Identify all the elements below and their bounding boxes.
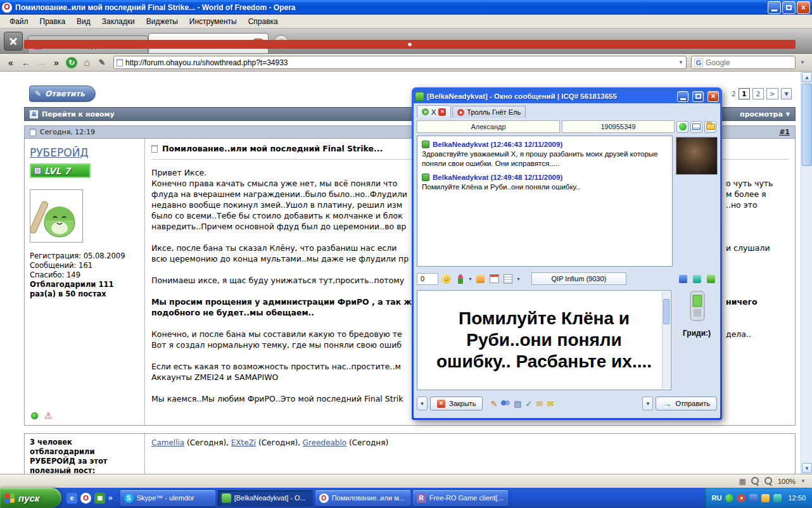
icq-close-button[interactable]: × bbox=[707, 91, 719, 102]
taskbar-item-freero[interactable]: Free-RO Game client[... bbox=[413, 490, 508, 506]
close-chat-button[interactable]: Закрыть bbox=[430, 397, 483, 410]
extra-button[interactable] bbox=[705, 273, 717, 285]
client-version-combo[interactable]: QIP Infium (9030) bbox=[531, 272, 626, 285]
send-options-dropdown-icon[interactable] bbox=[642, 397, 653, 410]
search-input[interactable] bbox=[706, 58, 804, 67]
message-input-area[interactable]: Помилуйте Клёна и Руби..они поняли ошибк… bbox=[417, 290, 671, 390]
panels-button[interactable] bbox=[4, 32, 23, 51]
history-icon[interactable] bbox=[514, 399, 521, 409]
icq-tab-troll[interactable]: Тролль Гнёт Ель bbox=[452, 106, 526, 118]
menu-bookmarks[interactable]: Закладки bbox=[96, 15, 141, 28]
send-button[interactable]: Отправить bbox=[656, 397, 717, 410]
author-name-link[interactable]: РУБЕРОЙД bbox=[30, 146, 89, 159]
thanks-user-link[interactable]: EXteZi bbox=[231, 438, 256, 447]
tab-forum-thread[interactable]: Помилование..или мой ... bbox=[148, 33, 269, 53]
spell-icon[interactable] bbox=[526, 399, 533, 409]
taskbar-item-icq[interactable]: [BelkaNeadykvat] - O... bbox=[218, 490, 313, 506]
address-input[interactable] bbox=[125, 58, 676, 67]
contacts-icon[interactable] bbox=[501, 400, 510, 407]
quicklaunch-browser-icon[interactable] bbox=[67, 493, 77, 504]
report-post-icon[interactable] bbox=[44, 411, 53, 420]
stat-registered: Регистрация: 05.08.2009 bbox=[30, 251, 139, 261]
input-scroll-thumb[interactable] bbox=[663, 299, 669, 324]
quicklaunch-overflow-icon[interactable] bbox=[108, 493, 113, 502]
mail-archive-icon[interactable] bbox=[547, 399, 554, 409]
status-button[interactable] bbox=[676, 121, 688, 133]
browser-scrollbar[interactable] bbox=[801, 72, 812, 474]
icq-maximize-button[interactable] bbox=[692, 91, 704, 102]
spellcheck-button[interactable] bbox=[474, 273, 486, 285]
start-button[interactable]: пуск bbox=[0, 488, 61, 508]
contact-info-button[interactable] bbox=[690, 121, 702, 133]
quick-edit-icon[interactable] bbox=[95, 56, 109, 69]
close-button[interactable]: × bbox=[797, 1, 810, 14]
smiley-button[interactable] bbox=[440, 273, 452, 285]
icq-tab-close-icon[interactable] bbox=[438, 108, 446, 116]
clock[interactable]: 12:50 bbox=[788, 494, 806, 502]
reply-button[interactable]: Ответить bbox=[29, 86, 96, 102]
taskbar-item-skype[interactable]: Skype™ - ulemdor bbox=[120, 490, 215, 506]
zoom-dropdown-icon[interactable] bbox=[801, 478, 806, 484]
notes-dropdown-icon[interactable] bbox=[516, 277, 521, 281]
goto-new-icon[interactable] bbox=[30, 110, 38, 118]
close-options-dropdown-icon[interactable] bbox=[417, 397, 428, 410]
calendar-button[interactable] bbox=[488, 273, 500, 285]
history-folder-button[interactable] bbox=[704, 121, 716, 133]
reload-icon[interactable] bbox=[66, 57, 77, 68]
page-dropdown-icon[interactable] bbox=[781, 88, 792, 99]
address-dropdown-icon[interactable] bbox=[678, 60, 683, 65]
menu-edit[interactable]: Правка bbox=[34, 15, 72, 28]
flowers-button[interactable] bbox=[454, 273, 466, 285]
goto-new-label[interactable]: Перейти к новому bbox=[42, 110, 115, 118]
home-button[interactable] bbox=[80, 56, 94, 69]
icq-tab-x[interactable]: X bbox=[417, 105, 451, 118]
menu-help[interactable]: Справка bbox=[243, 15, 284, 28]
transfer-button[interactable] bbox=[691, 273, 703, 285]
icq-minimize-button[interactable] bbox=[677, 91, 688, 102]
scroll-up-icon[interactable] bbox=[802, 72, 812, 82]
contact-uin-box[interactable]: 190955349 bbox=[562, 120, 675, 133]
minimize-button[interactable] bbox=[768, 1, 781, 14]
zoom-level[interactable]: 100% bbox=[778, 478, 796, 485]
back-button[interactable] bbox=[19, 56, 33, 69]
search-engine-dropdown-icon[interactable] bbox=[797, 56, 808, 69]
tray-volume-icon[interactable] bbox=[761, 494, 770, 502]
tray-qip-icon[interactable] bbox=[725, 494, 733, 502]
quicklaunch-app-icon[interactable] bbox=[94, 493, 105, 504]
address-field[interactable] bbox=[113, 56, 687, 69]
page-next-link[interactable]: > bbox=[766, 88, 778, 99]
flowers-dropdown-icon[interactable] bbox=[468, 277, 473, 281]
menu-file[interactable]: Файл bbox=[4, 15, 34, 28]
search-field[interactable] bbox=[691, 56, 796, 69]
mail-icon[interactable] bbox=[536, 399, 543, 409]
fit-width-icon[interactable] bbox=[739, 477, 746, 486]
zoom-out-icon[interactable] bbox=[751, 477, 759, 485]
zoom-in-icon[interactable] bbox=[764, 477, 773, 485]
scroll-thumb[interactable] bbox=[802, 84, 812, 166]
tray-shield-icon[interactable] bbox=[749, 494, 758, 502]
tray-network-icon[interactable] bbox=[773, 494, 782, 502]
rewind-button[interactable] bbox=[4, 56, 18, 69]
quicklaunch-opera-icon[interactable] bbox=[80, 493, 91, 504]
send-file-button[interactable] bbox=[677, 273, 689, 285]
menu-widgets[interactable]: Виджеты bbox=[141, 15, 184, 28]
quill-icon[interactable] bbox=[490, 399, 497, 409]
taskbar-item-opera[interactable]: Помилование..или м... bbox=[315, 490, 410, 506]
message-history[interactable]: BelkaNeadykvat (12:46:43 12/11/2009) Здр… bbox=[417, 136, 673, 267]
tray-flower-icon[interactable] bbox=[737, 494, 745, 502]
contact-name-box[interactable]: Александр bbox=[417, 120, 560, 133]
forward-button[interactable] bbox=[34, 56, 48, 69]
thanks-user-link[interactable]: Greedeablo bbox=[303, 438, 346, 447]
thanks-user-link[interactable]: Camellia bbox=[151, 438, 184, 447]
page-2-link[interactable]: 2 bbox=[752, 88, 764, 99]
input-scrollbar[interactable] bbox=[662, 291, 670, 389]
post-number-link[interactable]: #1 bbox=[779, 128, 790, 136]
maximize-button[interactable] bbox=[782, 1, 796, 14]
menu-tools[interactable]: Инструменты bbox=[184, 15, 243, 28]
fast-forward-button[interactable] bbox=[49, 56, 63, 69]
menu-view[interactable]: Вид bbox=[71, 15, 96, 28]
view-options[interactable]: просмотра bbox=[740, 110, 790, 118]
language-indicator[interactable]: RU bbox=[712, 494, 722, 502]
scroll-down-icon[interactable] bbox=[802, 463, 812, 473]
notes-button[interactable] bbox=[502, 273, 514, 285]
